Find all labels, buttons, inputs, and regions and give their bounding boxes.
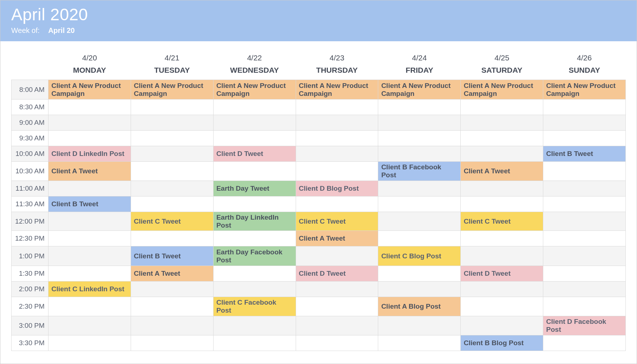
calendar-event[interactable]: Client A New Product Campaign — [543, 80, 626, 100]
calendar-cell[interactable] — [378, 266, 461, 282]
calendar-cell[interactable] — [296, 246, 378, 266]
calendar-cell[interactable] — [296, 162, 378, 181]
calendar-cell[interactable] — [131, 162, 213, 181]
calendar-event[interactable]: Client A Tweet — [48, 162, 131, 181]
calendar-event[interactable]: Client D Blog Post — [296, 181, 378, 196]
calendar-cell[interactable] — [543, 297, 626, 316]
calendar-cell[interactable] — [461, 231, 543, 246]
calendar-event[interactable]: Earth Day Facebook Post — [213, 246, 296, 266]
calendar-cell[interactable] — [48, 181, 131, 196]
calendar-cell[interactable] — [213, 335, 296, 351]
calendar-cell[interactable] — [543, 196, 626, 212]
calendar-event[interactable]: Client D Tweet — [461, 266, 543, 282]
calendar-cell[interactable] — [543, 115, 626, 131]
calendar-cell[interactable] — [213, 282, 296, 297]
calendar-cell[interactable] — [296, 100, 378, 115]
calendar-cell[interactable] — [48, 316, 131, 335]
calendar-event[interactable]: Client D Facebook Post — [543, 316, 626, 335]
calendar-cell[interactable] — [378, 146, 461, 162]
calendar-event[interactable]: Client D Tweet — [296, 266, 378, 282]
calendar-cell[interactable] — [48, 335, 131, 351]
calendar-cell[interactable] — [543, 181, 626, 196]
calendar-event[interactable]: Client B Blog Post — [461, 335, 543, 351]
calendar-event[interactable]: Client A New Product Campaign — [378, 80, 461, 100]
calendar-cell[interactable] — [543, 131, 626, 146]
calendar-cell[interactable] — [543, 246, 626, 266]
calendar-cell[interactable] — [296, 131, 378, 146]
calendar-cell[interactable] — [543, 212, 626, 231]
calendar-cell[interactable] — [461, 297, 543, 316]
calendar-cell[interactable] — [378, 181, 461, 196]
calendar-cell[interactable] — [296, 196, 378, 212]
calendar-cell[interactable] — [378, 316, 461, 335]
calendar-cell[interactable] — [213, 196, 296, 212]
calendar-event[interactable]: Client C Tweet — [131, 212, 213, 231]
calendar-cell[interactable] — [48, 100, 131, 115]
calendar-cell[interactable] — [48, 115, 131, 131]
calendar-cell[interactable] — [213, 266, 296, 282]
calendar-event[interactable]: Earth Day Tweet — [213, 181, 296, 196]
calendar-event[interactable]: Client C Tweet — [296, 212, 378, 231]
calendar-event[interactable]: Client C LinkedIn Post — [48, 282, 131, 297]
calendar-cell[interactable] — [543, 335, 626, 351]
calendar-event[interactable]: Client A New Product Campaign — [213, 80, 296, 100]
calendar-event[interactable]: Client A New Product Campaign — [461, 80, 543, 100]
calendar-event[interactable]: Client A New Product Campaign — [296, 80, 378, 100]
calendar-cell[interactable] — [296, 316, 378, 335]
calendar-event[interactable]: Client D LinkedIn Post — [48, 146, 131, 162]
calendar-cell[interactable] — [131, 115, 213, 131]
calendar-cell[interactable] — [296, 335, 378, 351]
calendar-event[interactable]: Client A Tweet — [296, 231, 378, 246]
calendar-cell[interactable] — [213, 316, 296, 335]
calendar-cell[interactable] — [543, 266, 626, 282]
calendar-cell[interactable] — [296, 115, 378, 131]
calendar-cell[interactable] — [48, 231, 131, 246]
calendar-event[interactable]: Client B Tweet — [131, 246, 213, 266]
calendar-cell[interactable] — [378, 131, 461, 146]
calendar-event[interactable]: Client A Blog Post — [378, 297, 461, 316]
calendar-cell[interactable] — [131, 231, 213, 246]
calendar-cell[interactable] — [461, 282, 543, 297]
calendar-cell[interactable] — [213, 131, 296, 146]
calendar-cell[interactable] — [131, 297, 213, 316]
calendar-cell[interactable] — [378, 115, 461, 131]
calendar-cell[interactable] — [378, 231, 461, 246]
calendar-cell[interactable] — [213, 115, 296, 131]
calendar-cell[interactable] — [461, 246, 543, 266]
calendar-cell[interactable] — [543, 100, 626, 115]
calendar-cell[interactable] — [296, 282, 378, 297]
calendar-event[interactable]: Client D Tweet — [213, 146, 296, 162]
calendar-cell[interactable] — [378, 100, 461, 115]
calendar-event[interactable]: Client C Tweet — [461, 212, 543, 231]
calendar-cell[interactable] — [461, 131, 543, 146]
calendar-cell[interactable] — [131, 131, 213, 146]
calendar-cell[interactable] — [48, 212, 131, 231]
calendar-cell[interactable] — [461, 196, 543, 212]
calendar-event[interactable]: Client B Tweet — [543, 146, 626, 162]
calendar-cell[interactable] — [131, 181, 213, 196]
calendar-cell[interactable] — [48, 297, 131, 316]
calendar-cell[interactable] — [213, 162, 296, 181]
calendar-cell[interactable] — [543, 231, 626, 246]
calendar-event[interactable]: Client C Blog Post — [378, 246, 461, 266]
calendar-cell[interactable] — [296, 297, 378, 316]
calendar-event[interactable]: Client C Facebook Post — [213, 297, 296, 316]
calendar-cell[interactable] — [131, 335, 213, 351]
calendar-event[interactable]: Client A New Product Campaign — [131, 80, 213, 100]
calendar-event[interactable]: Earth Day LinkedIn Post — [213, 212, 296, 231]
calendar-event[interactable]: Client A Tweet — [131, 266, 213, 282]
calendar-cell[interactable] — [131, 146, 213, 162]
calendar-cell[interactable] — [378, 196, 461, 212]
calendar-cell[interactable] — [213, 231, 296, 246]
calendar-cell[interactable] — [543, 162, 626, 181]
calendar-cell[interactable] — [131, 196, 213, 212]
calendar-cell[interactable] — [461, 316, 543, 335]
calendar-cell[interactable] — [48, 131, 131, 146]
calendar-cell[interactable] — [461, 100, 543, 115]
calendar-cell[interactable] — [48, 266, 131, 282]
calendar-event[interactable]: Client A New Product Campaign — [48, 80, 131, 100]
calendar-cell[interactable] — [543, 282, 626, 297]
calendar-cell[interactable] — [461, 146, 543, 162]
calendar-event[interactable]: Client A Tweet — [461, 162, 543, 181]
calendar-cell[interactable] — [131, 316, 213, 335]
